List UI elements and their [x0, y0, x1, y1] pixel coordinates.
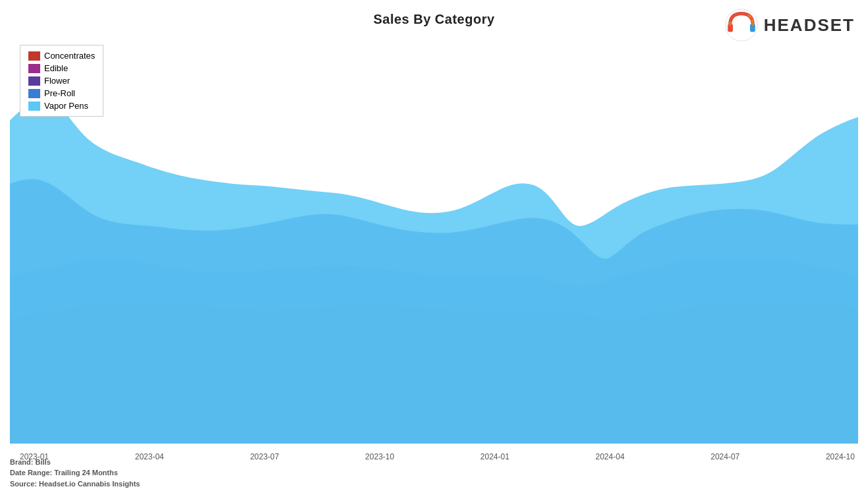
footer-source-label: Source:: [10, 480, 37, 488]
footer-date-range: Date Range: Trailing 24 Months: [10, 467, 140, 478]
x-axis-labels: 2023-01 2023-04 2023-07 2023-10 2024-01 …: [20, 452, 855, 461]
legend-item-vaporpens: Vapor Pens: [28, 101, 95, 111]
chart-svg: [10, 36, 858, 444]
footer-date-range-label: Date Range:: [10, 469, 52, 477]
legend-item-edible: Edible: [28, 63, 95, 73]
legend-color-edible: [28, 64, 40, 73]
legend-color-preroll: [28, 89, 40, 98]
legend-label-concentrates: Concentrates: [44, 51, 95, 61]
footer-source: Source: Headset.io Cannabis Insights: [10, 478, 140, 490]
chart-legend: Concentrates Edible Flower Pre-Roll Vapo…: [20, 45, 103, 117]
legend-color-flower: [28, 76, 40, 86]
x-label-5: 2024-04: [596, 452, 625, 461]
footer-brand-label: Brand:: [10, 458, 33, 466]
legend-color-vaporpens: [28, 102, 40, 111]
x-label-4: 2024-01: [480, 452, 509, 461]
x-label-3: 2023-10: [365, 452, 394, 461]
footer-date-range-value: Trailing 24 Months: [54, 469, 118, 477]
legend-label-flower: Flower: [44, 76, 70, 86]
footer-source-value: Headset.io Cannabis Insights: [39, 480, 140, 488]
headset-logo-text: HEADSET: [764, 15, 855, 36]
x-label-7: 2024-10: [826, 452, 855, 461]
x-label-6: 2024-07: [710, 452, 739, 461]
footer-info: Brand: Bills Date Range: Trailing 24 Mon…: [10, 457, 140, 490]
legend-color-concentrates: [28, 51, 40, 61]
chart-container: Sales By Category HEADSET Concentrates E…: [0, 0, 868, 493]
footer-brand: Brand: Bills: [10, 457, 140, 468]
legend-item-flower: Flower: [28, 76, 95, 86]
legend-label-edible: Edible: [44, 63, 68, 73]
footer-brand-value: Bills: [36, 458, 51, 466]
x-label-2: 2023-07: [250, 452, 279, 461]
legend-item-preroll: Pre-Roll: [28, 88, 95, 98]
legend-label-vaporpens: Vapor Pens: [44, 101, 88, 111]
legend-label-preroll: Pre-Roll: [44, 88, 75, 98]
legend-item-concentrates: Concentrates: [28, 51, 95, 61]
